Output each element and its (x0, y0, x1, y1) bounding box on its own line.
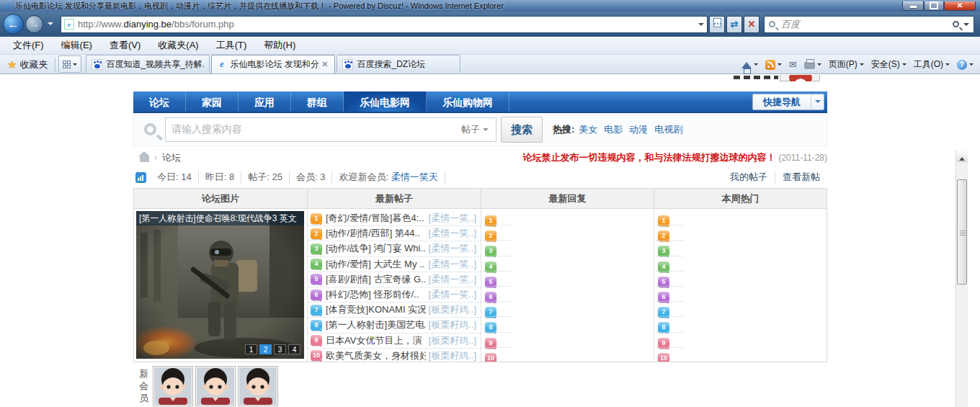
search-provider-dropdown-icon[interactable] (963, 23, 969, 29)
thread-author-link[interactable]: [板栗籽鸡..] (426, 318, 476, 331)
thread-author-link[interactable]: [板栗籽鸡..] (426, 334, 476, 347)
refresh-button[interactable] (726, 16, 742, 33)
forum-nav-item[interactable]: 家园 (186, 91, 239, 112)
hot-search-link[interactable]: 电视剧 (654, 123, 682, 136)
thread-row[interactable]: 8[第一人称射击]美国艺电..[板栗籽鸡..] (308, 318, 481, 333)
forum-nav-item[interactable]: 论坛 (133, 91, 186, 112)
help-menu-button[interactable] (953, 57, 977, 73)
thread-author-link[interactable]: [柔情一笑..] (426, 227, 476, 240)
thread-row[interactable]: 5[喜剧/剧情] 古宝奇缘 G..[柔情一笑..] (308, 272, 481, 287)
stat-welcome: 欢迎新会员: 柔情一笑天 (332, 171, 445, 184)
forum-nav-item[interactable]: 乐仙购物网 (427, 91, 509, 112)
thread-author-link[interactable]: [柔情一笑..] (426, 212, 476, 225)
search-go-icon[interactable] (953, 21, 959, 27)
thread-author-link[interactable]: [柔情一笑..] (426, 258, 476, 271)
tools-menu-button[interactable]: 工具(O) (910, 57, 953, 73)
feeds-button[interactable] (762, 57, 785, 73)
thread-author-link[interactable]: [板栗籽鸡..] (426, 349, 476, 362)
quick-nav-button[interactable]: 快捷导航 (752, 94, 824, 110)
browser-search-box[interactable]: 百度 (764, 16, 974, 33)
image-page-button[interactable]: 4 (288, 344, 300, 354)
safety-menu-button[interactable]: 安全(S) (868, 57, 910, 73)
forum-nav-item[interactable]: 应用 (239, 91, 291, 112)
vertical-scrollbar[interactable] (956, 150, 968, 407)
hot-search-link[interactable]: 电影 (604, 123, 623, 136)
menubar-item[interactable]: 编辑(E) (53, 39, 101, 52)
thread-title-link[interactable]: [动作/战争] 鸿门宴 Whi.. (326, 242, 426, 255)
home-button[interactable] (738, 57, 762, 73)
thread-row[interactable]: 1[奇幻/爱情/冒险]暮色4:..[柔情一笑..] (308, 211, 481, 226)
thread-row[interactable]: 10欧美气质美女，身材很好..[板栗籽鸡..] (308, 349, 481, 362)
hot-search-link[interactable]: 美女 (579, 123, 597, 136)
stop-button[interactable] (744, 16, 760, 33)
thread-title-link[interactable]: [科幻/恐怖] 怪形前传/.. (326, 288, 419, 301)
new-member-avatar[interactable] (238, 366, 278, 406)
close-button[interactable] (944, 1, 976, 11)
read-mail-button[interactable] (785, 57, 801, 73)
address-field[interactable]: http://www.dianying.be/bbs/forum.php (61, 16, 708, 33)
image-page-button[interactable]: 1 (245, 344, 257, 354)
browser-tab[interactable]: 乐仙电影论坛 发现和分... (211, 55, 335, 73)
menubar-item[interactable]: 文件(F) (4, 39, 53, 52)
view-new-posts-link[interactable]: 查看新帖 (775, 171, 827, 184)
browser-tab[interactable]: 百度知道_视频共享_待解... (86, 55, 210, 73)
forum-search-input[interactable]: 请输入搜索内容 帖子 (165, 117, 496, 142)
forum-container: 论坛家园应用群组乐仙电影网乐仙购物网 快捷导航 请输入搜索内容 帖子 搜索 热搜… (133, 75, 827, 406)
scrollbar-thumb[interactable] (957, 179, 967, 285)
favorites-button[interactable]: ★ 收藏夹 (3, 56, 52, 73)
menubar-item[interactable]: 工具(T) (208, 39, 256, 52)
menubar-item[interactable]: 收藏夹(A) (149, 39, 207, 52)
thread-title-link[interactable]: [体育竞技]KONAMI 实况.. (326, 303, 426, 316)
history-dropdown-icon[interactable] (48, 22, 53, 28)
thread-row[interactable]: 7[体育竞技]KONAMI 实况..[板栗籽鸡..] (308, 303, 481, 318)
tab-close-icon[interactable] (320, 60, 329, 69)
menubar-item[interactable]: 查看(V) (101, 39, 149, 52)
forum-nav-item[interactable]: 乐仙电影网 (344, 91, 427, 112)
thread-title-link[interactable]: [第一人称射击]美国艺电.. (326, 318, 426, 331)
new-members-section: 新会员 (133, 366, 827, 406)
maximize-button[interactable] (924, 1, 944, 11)
reply-rank-row: 7 (481, 303, 654, 318)
address-dropdown-icon[interactable] (698, 23, 704, 29)
thread-title-link[interactable]: 日本AV女优节目上，演 (326, 334, 422, 347)
compatibility-view-button[interactable] (709, 16, 725, 33)
scrollbar-up-arrow[interactable] (956, 150, 968, 162)
thread-title-link[interactable]: [喜剧/剧情] 古宝奇缘 G.. (326, 273, 426, 286)
thread-author-link[interactable]: [柔情一笑..] (426, 273, 476, 286)
browser-tab[interactable]: 百度搜索_DZ论坛 (337, 55, 460, 73)
newest-member-link[interactable]: 柔情一笑天 (391, 171, 438, 182)
thread-author-link[interactable]: [柔情一笑..] (426, 242, 476, 255)
thread-title-link[interactable]: [动作/爱情] 大武生 My .. (326, 258, 424, 271)
compatibility-icon (713, 18, 721, 27)
thread-row[interactable]: 2[动作/剧情/西部] 第44..[柔情一笑..] (308, 226, 481, 241)
new-member-avatar[interactable] (195, 366, 236, 406)
back-button[interactable]: ← (3, 14, 24, 35)
thread-title-link[interactable]: 欧美气质美女，身材很好.. (326, 349, 426, 362)
thread-row[interactable]: 4[动作/爱情] 大武生 My ..[柔情一笑..] (308, 257, 481, 272)
forum-nav-item[interactable]: 群组 (291, 91, 344, 112)
my-posts-link[interactable]: 我的帖子 (723, 171, 775, 184)
new-member-avatar[interactable] (153, 366, 193, 406)
image-page-button[interactable]: 3 (274, 344, 286, 354)
thread-title-link[interactable]: [动作/剧情/西部] 第44.. (326, 227, 420, 240)
menubar-item[interactable]: 帮助(H) (255, 39, 304, 52)
page-menu-button[interactable]: 页面(P) (825, 57, 868, 73)
thread-title-link[interactable]: [奇幻/爱情/冒险]暮色4:.. (326, 212, 424, 225)
hot-search-link[interactable]: 动漫 (629, 123, 648, 136)
forum-search-button[interactable]: 搜索 (501, 117, 543, 143)
forum-featured-image[interactable]: [第一人称射击]使命召唤8:现代战争3 英文 (136, 211, 304, 359)
quick-tabs-button[interactable] (58, 55, 81, 73)
thread-row[interactable]: 3[动作/战争] 鸿门宴 Whi..[柔情一笑..] (308, 241, 481, 256)
thread-author-link[interactable]: [板栗籽鸡..] (426, 303, 476, 316)
search-scope-dropdown[interactable]: 帖子 (461, 123, 480, 136)
breadcrumb-home-icon[interactable] (140, 156, 149, 162)
thread-row[interactable]: 9日本AV女优节目上，演[板栗籽鸡..] (308, 334, 481, 349)
minimize-button[interactable] (902, 1, 924, 11)
thread-row[interactable]: 6[科幻/恐怖] 怪形前传/..[柔情一笑..] (308, 287, 481, 303)
print-button[interactable] (801, 57, 825, 73)
breadcrumb-forum-link[interactable]: 论坛 (162, 151, 181, 164)
forward-button[interactable]: → (25, 15, 43, 33)
quick-nav-dropdown-icon[interactable] (811, 94, 824, 110)
thread-author-link[interactable]: [柔情一笑..] (426, 288, 476, 301)
image-page-button[interactable]: 2 (259, 344, 272, 354)
